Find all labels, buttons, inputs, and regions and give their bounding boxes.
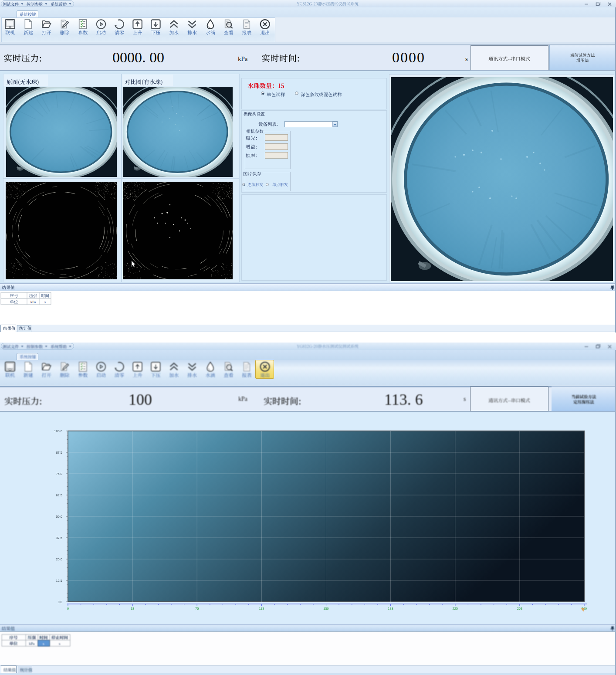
svg-text:s: s [44,300,46,304]
svg-text:s: s [43,641,44,646]
svg-text:kPa: kPa [29,641,35,646]
svg-text:s: s [59,641,60,646]
svg-text:kPa: kPa [30,300,36,304]
